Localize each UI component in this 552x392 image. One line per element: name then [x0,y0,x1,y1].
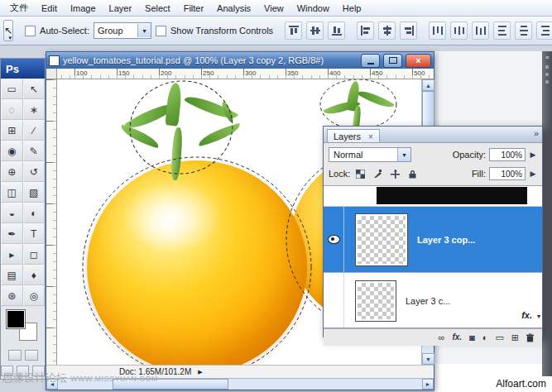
zoom-tool[interactable]: ◎ [23,285,46,306]
align-top-edges-button[interactable] [285,22,302,40]
menu-image[interactable]: Image [64,1,103,16]
layer-mask-icon[interactable]: ◙ [469,333,475,342]
quick-mask-mode-button[interactable] [25,350,38,361]
history-brush-tool[interactable]: ↺ [23,161,46,182]
layers-tab[interactable]: Layers × [327,129,380,142]
align-left-edges-button[interactable] [357,22,374,40]
document-title: yellow_tomatoes_tutorial.psd @ 100% (Lay… [63,55,358,65]
menu-view[interactable]: View [257,1,290,16]
layer-row-partial[interactable] [324,186,542,207]
restore-button[interactable] [383,54,402,68]
distribute-top-edges-button[interactable] [429,22,446,40]
menu-analysis[interactable]: Analysis [210,1,257,16]
menu-select[interactable]: Select [138,1,177,16]
distribute-left-edges-button[interactable] [493,22,511,40]
scroll-down-icon[interactable]: ▼ [422,353,434,365]
layer-fx-badge[interactable]: fx. [521,310,532,320]
menu-edit[interactable]: Edit [35,1,64,16]
scroll-up-icon[interactable]: ▲ [422,79,434,91]
layer-thumbnail-black[interactable] [377,187,527,204]
standard-mode-button[interactable] [8,350,22,361]
visibility-column[interactable] [324,207,344,272]
dodge-tool[interactable]: ◐ [23,203,46,223]
menu-help[interactable]: Help [336,1,368,16]
vertical-ruler[interactable] [46,79,57,365]
layer-row-selected[interactable]: Layer 3 cop... [324,207,542,273]
layer-thumbnail[interactable] [356,281,396,321]
clone-stamp-tool[interactable]: ⊕ [1,161,23,182]
menu-filter[interactable]: Filter [177,1,210,16]
brush-tool[interactable]: ✎ [23,141,46,161]
layers-panel: Layers × » Normal ▾ Opacity: 100% ▶ Lock… [323,126,543,337]
dock-grip [545,73,549,76]
layer-name[interactable]: Layer 3 c... [406,296,450,306]
distribute-horizontal-centers-button[interactable] [515,22,532,40]
lasso-tool[interactable]: ◌ [1,99,23,120]
blend-mode-dropdown[interactable]: Normal ▾ [329,147,411,162]
notes-tool[interactable]: ▤ [1,265,23,285]
lock-transparent-pixels-button[interactable] [353,167,367,181]
distribute-vertical-centers-button[interactable] [450,22,468,40]
show-transform-controls-checkbox[interactable] [156,26,166,36]
crop-tool[interactable]: ⊞ [1,120,23,141]
eraser-tool[interactable]: ◫ [1,182,23,203]
eyedropper-tool[interactable]: ♦ [23,265,46,285]
ruler-mark: 450 [372,69,382,77]
close-button[interactable]: × [406,54,431,68]
shape-tool[interactable]: ◻ [23,244,46,265]
layer-thumbnail[interactable] [356,214,407,265]
align-bottom-edges-button[interactable] [328,22,345,40]
auto-select-checkbox[interactable] [25,26,36,36]
path-selection-tool[interactable]: ▸ [1,244,23,265]
new-group-icon[interactable]: ▭ [495,333,503,342]
slice-tool[interactable]: ∕ [23,120,46,141]
menu-layer[interactable]: Layer [103,1,139,16]
healing-brush-tool[interactable]: ◉ [1,141,23,161]
distribute-bottom-edges-button[interactable] [472,22,489,40]
lock-all-button[interactable] [406,167,420,181]
horizontal-ruler[interactable]: 100 150 200 250 300 350 400 450 500 [57,69,434,79]
hand-tool[interactable]: ⊛ [1,285,23,306]
gradient-tool[interactable]: ▧ [23,182,46,203]
opacity-value-field[interactable]: 100% [489,148,526,161]
type-tool[interactable]: T [23,223,46,244]
align-horizontal-centers-button[interactable] [378,22,396,40]
document-title-bar[interactable]: yellow_tomatoes_tutorial.psd @ 100% (Lay… [46,52,434,69]
delete-layer-icon[interactable] [526,333,534,342]
adjustment-layer-icon[interactable]: ◐ [482,333,488,342]
status-popout-arrow-icon[interactable]: ▶ [198,369,202,375]
fx-expand-arrow-icon[interactable]: ▾ [537,313,540,320]
move-tool[interactable]: ↖ [23,79,46,99]
expand-dock-chevrons-icon[interactable]: » [545,54,549,61]
collapsed-palette-dock[interactable]: » [542,51,552,376]
foreground-color-swatch[interactable] [7,310,25,328]
tab-close-icon[interactable]: × [368,132,373,141]
menu-file[interactable]: 文件 [3,0,35,17]
eye-icon[interactable] [328,235,340,244]
opacity-popout-arrow-icon[interactable]: ▶ [529,151,537,159]
fill-popout-arrow-icon[interactable]: ▶ [529,170,537,178]
layer-row-below[interactable]: Layer 3 c... fx. ▾ [324,273,542,328]
magic-wand-tool[interactable]: ∗ [23,99,46,120]
align-right-edges-button[interactable] [400,22,417,40]
link-layers-icon[interactable]: ∞ [439,333,445,342]
layer-name[interactable]: Layer 3 cop... [417,235,475,245]
align-vertical-centers-button[interactable] [306,22,324,40]
fill-value-field[interactable]: 100% [489,167,526,180]
visibility-column[interactable] [324,273,344,328]
lock-position-button[interactable] [388,167,402,181]
move-tool-preset-button[interactable]: ↖ ▾ [3,20,13,41]
auto-select-group-dropdown[interactable]: Group ▾ [94,22,151,39]
minimize-button[interactable] [361,54,380,68]
rectangular-marquee-tool[interactable]: ▭ [1,79,23,99]
scroll-right-icon[interactable]: ► [422,379,434,390]
distribute-right-edges-button[interactable] [536,22,552,40]
new-layer-icon[interactable]: ⊞ [511,333,519,342]
pen-tool[interactable]: ✒ [1,223,23,244]
panel-collapse-chevrons-icon[interactable]: » [534,128,538,138]
lock-image-pixels-button[interactable] [371,167,385,181]
blur-tool[interactable]: ◒ [1,203,23,223]
layer-style-fx-icon[interactable]: fx. [452,333,462,342]
layers-panel-title-bar[interactable]: Layers × » [324,127,542,143]
menu-window[interactable]: Window [290,1,336,16]
